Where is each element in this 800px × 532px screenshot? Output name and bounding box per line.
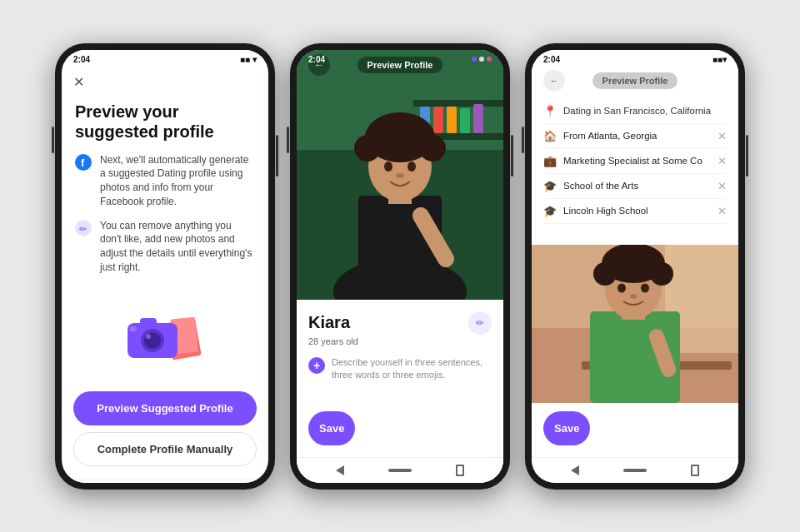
- wifi-icon: ▾: [252, 55, 257, 64]
- svg-point-54: [641, 283, 649, 292]
- info-text-1: Next, we'll automatically generate a sug…: [100, 153, 255, 209]
- svg-text:f: f: [81, 157, 85, 169]
- svg-point-53: [618, 283, 626, 292]
- complete-profile-manually-button[interactable]: Complete Profile Manually: [73, 432, 257, 466]
- bio-placeholder-text: Describe yourself in three sentences, th…: [332, 356, 492, 382]
- school1-item: 🎓 School of the Arts ✕: [543, 174, 727, 199]
- phone3-save-button[interactable]: Save: [543, 411, 590, 445]
- recent-apps-nav-icon-2[interactable]: [456, 465, 464, 476]
- svg-rect-7: [140, 318, 157, 328]
- phone1-nav-bar: [62, 480, 268, 483]
- phone1-status-bar: 2:04 ■■ ▾: [62, 50, 268, 67]
- phone3-back-arrow-icon: ←: [550, 76, 559, 86]
- svg-point-50: [602, 257, 619, 274]
- phone1-content: 2:04 ■■ ▾ ✕ Preview your suggested profi…: [62, 50, 268, 483]
- phone3-status-icons: ■■▾: [712, 55, 727, 64]
- svg-point-10: [146, 334, 151, 339]
- school-icon-2: 🎓: [543, 205, 557, 217]
- home-nav-pill-3[interactable]: [623, 469, 647, 472]
- battery-icon: ■■: [240, 55, 250, 64]
- phone2-content: 2:04 ← Preview Pro: [297, 50, 503, 483]
- phone2-footer: Save: [297, 403, 503, 457]
- phone3-header: ← Preview Profile: [532, 67, 738, 94]
- location-pin-icon: 📍: [543, 105, 557, 117]
- phone1-header: ✕: [62, 67, 268, 93]
- svg-point-57: [610, 291, 620, 298]
- photo-dots: [472, 57, 492, 62]
- recent-apps-nav-icon-3[interactable]: [691, 465, 699, 476]
- profile-name: Kiara: [308, 313, 350, 332]
- svg-point-55: [630, 294, 637, 298]
- svg-point-31: [410, 123, 430, 143]
- dot-1: [472, 57, 477, 62]
- phone2-time: 2:04: [308, 55, 325, 64]
- svg-rect-22: [358, 196, 442, 300]
- plus-icon: +: [313, 359, 320, 372]
- svg-point-35: [396, 173, 404, 178]
- edit-profile-button[interactable]: ✏: [468, 311, 492, 335]
- profile-info: Kiara ✏ 28 years old + Describe yourself…: [297, 300, 503, 403]
- phone2-nav-bar: [297, 457, 503, 483]
- phone2-status-bar: 2:04: [297, 50, 503, 67]
- svg-rect-20: [473, 104, 483, 133]
- location-item: 📍 Dating in San Francisco, California: [543, 99, 727, 124]
- remove-school2-button[interactable]: ✕: [718, 205, 727, 217]
- profile-age: 28 years old: [308, 336, 492, 346]
- from-left: 🏠 From Atlanta, Georgia: [543, 130, 658, 142]
- phone3-back-button[interactable]: ←: [543, 70, 565, 92]
- phone3-footer: Save: [532, 403, 738, 457]
- person-photo: [297, 50, 503, 300]
- phone3-nav-bar: [532, 457, 738, 483]
- facebook-icon: f: [75, 154, 92, 171]
- camera-illustration: [123, 300, 207, 366]
- profile-info-list: 📍 Dating in San Francisco, California 🏠 …: [532, 94, 738, 245]
- bio-row: + Describe yourself in three sentences, …: [308, 356, 492, 382]
- back-nav-icon-2[interactable]: [336, 465, 344, 475]
- edit-pencil-icon: ✏: [476, 317, 484, 329]
- school2-item: 🎓 Lincoln High School ✕: [543, 199, 727, 224]
- dot-3: [487, 57, 492, 62]
- phone3-content: 2:04 ■■▾ ← Preview Profile: [532, 50, 738, 483]
- svg-rect-19: [460, 108, 470, 133]
- phone-1: 2:04 ■■ ▾ ✕ Preview your suggested profi…: [55, 43, 275, 490]
- preview-suggested-profile-button[interactable]: Preview Suggested Profile: [73, 391, 257, 425]
- home-nav-pill-2[interactable]: [388, 469, 412, 472]
- svg-text:✏: ✏: [79, 224, 88, 234]
- from-item: 🏠 From Atlanta, Georgia ✕: [543, 124, 727, 149]
- svg-point-58: [647, 291, 657, 298]
- close-button[interactable]: ✕: [73, 74, 84, 90]
- svg-point-52: [623, 250, 643, 270]
- phone3-time: 2:04: [543, 55, 560, 64]
- svg-point-33: [384, 162, 392, 172]
- page-title: Preview your suggested profile: [75, 102, 255, 142]
- back-nav-icon-3[interactable]: [571, 465, 579, 475]
- remove-job-button[interactable]: ✕: [718, 155, 727, 167]
- phone1-time: 2:04: [73, 55, 90, 64]
- scene: 2:04 ■■ ▾ ✕ Preview your suggested profi…: [0, 0, 800, 532]
- info-item-2: ✏ You can remove anything you don't like…: [75, 219, 255, 275]
- add-bio-button[interactable]: +: [308, 357, 325, 374]
- profile-photo-section: 2:04 ← Preview Pro: [297, 50, 503, 300]
- phone-2: 2:04 ← Preview Pro: [290, 43, 510, 490]
- location-text: Dating in San Francisco, California: [563, 106, 711, 116]
- remove-from-button[interactable]: ✕: [718, 130, 727, 142]
- job-item: 💼 Marketing Specialist at Some Co ✕: [543, 149, 727, 174]
- save-button[interactable]: Save: [308, 411, 355, 445]
- location-left: 📍 Dating in San Francisco, California: [543, 105, 711, 117]
- person-illustration-3: [532, 245, 738, 403]
- camera-svg: [123, 300, 207, 366]
- phone3-photo: [532, 245, 738, 403]
- phone1-status-icons: ■■ ▾: [240, 55, 257, 64]
- job-text: Marketing Specialist at Some Co: [563, 156, 702, 166]
- from-text: From Atlanta, Georgia: [563, 131, 658, 141]
- phone3-preview-label: Preview Profile: [592, 72, 678, 89]
- info-text-2: You can remove anything you don't like, …: [100, 219, 255, 275]
- home-icon: 🏠: [543, 130, 557, 142]
- phone3-status-bar: 2:04 ■■▾: [532, 50, 738, 67]
- dot-2: [479, 57, 484, 62]
- svg-rect-18: [447, 107, 457, 133]
- svg-rect-14: [413, 100, 503, 107]
- svg-rect-11: [130, 326, 137, 331]
- pencil-icon: ✏: [75, 220, 92, 236]
- remove-school1-button[interactable]: ✕: [718, 180, 727, 192]
